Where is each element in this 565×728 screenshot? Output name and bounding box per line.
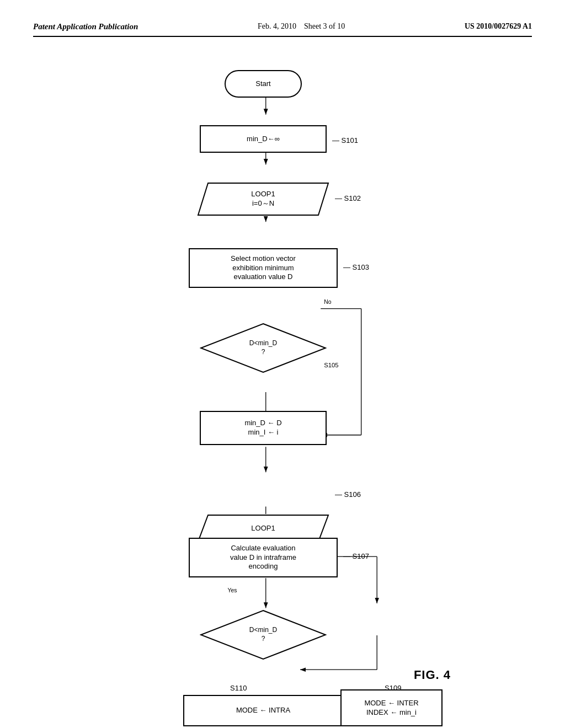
flowchart-container: S104 No S108	[33, 53, 532, 688]
s104-node: D<min_D?	[200, 323, 327, 373]
date-sheet: Feb. 4, 2010 Sheet 3 of 10	[258, 22, 345, 31]
start-label: Start	[255, 79, 270, 89]
s105-node: min_D ← Dmin_I ← i	[200, 411, 327, 445]
flowchart: S104 No S108	[103, 53, 462, 688]
s102-step: — S102	[335, 194, 361, 202]
s101-node: min_D←∞	[200, 125, 327, 153]
s103-node: Select motion vectorexhibition minimumev…	[189, 248, 338, 288]
s102-label: LOOP1i=0～N	[251, 190, 275, 208]
start-node: Start	[225, 70, 302, 98]
s107-node: Calculate evaluationvalue D in intrafram…	[189, 538, 338, 577]
svg-text:Yes: Yes	[228, 587, 237, 593]
s109-node: MODE ← INTERINDEX ← min_i	[340, 689, 443, 726]
patent-number: US 2010/0027629 A1	[465, 22, 532, 31]
s101-label: min_D←∞	[247, 135, 280, 144]
s105-label: min_D ← Dmin_I ← i	[244, 419, 281, 437]
s109-label: MODE ← INTERINDEX ← min_i	[364, 699, 418, 718]
page: Patent Application Publication Feb. 4, 2…	[0, 0, 565, 728]
s110-step: S110	[230, 684, 247, 692]
s108-label: D<min_D?	[249, 626, 277, 643]
s106-step: — S106	[335, 490, 361, 499]
page-header: Patent Application Publication Feb. 4, 2…	[33, 22, 532, 37]
sheet: Sheet 3 of 10	[304, 22, 345, 30]
s101-step: — S101	[332, 136, 358, 144]
publication-label: Patent Application Publication	[33, 22, 138, 31]
s106-label: LOOP1	[251, 524, 275, 533]
s110-label: MODE ← INTRA	[236, 706, 290, 715]
s102-node: LOOP1i=0～N	[197, 182, 329, 216]
svg-text:No: No	[324, 299, 331, 305]
s110-node: MODE ← INTRA	[183, 695, 343, 726]
s103-label: Select motion vectorexhibition minimumev…	[231, 254, 296, 282]
s107-label: Calculate evaluationvalue D in intrafram…	[230, 544, 296, 572]
s108-node: D<min_D?	[200, 609, 327, 660]
s104-label: D<min_D?	[249, 339, 277, 356]
s109-step: S109	[385, 684, 401, 692]
s107-step: — S107	[343, 552, 369, 560]
figure-caption: FIG. 4	[414, 668, 451, 682]
s103-step: — S103	[343, 263, 369, 271]
date: Feb. 4, 2010	[258, 22, 296, 30]
